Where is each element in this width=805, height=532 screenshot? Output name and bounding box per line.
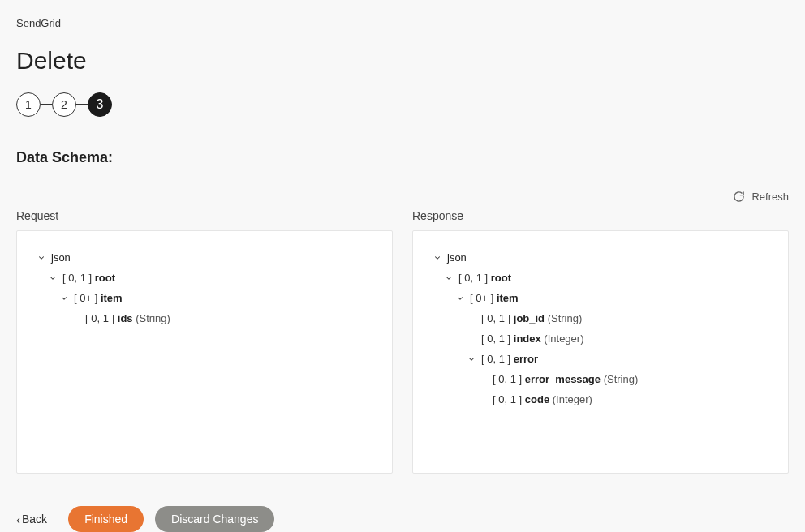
tree-node-label: [ 0, 1 ] root — [62, 272, 115, 284]
footer-actions: ‹ Back Finished Discard Changes — [16, 506, 789, 532]
response-column: Response json[ 0, 1 ] root[ 0+ ] item[ 0… — [412, 209, 789, 474]
step-2[interactable]: 2 — [52, 92, 76, 117]
back-button[interactable]: ‹ Back — [16, 513, 47, 526]
tree-row[interactable]: json — [433, 247, 768, 268]
step-1[interactable]: 1 — [16, 92, 41, 117]
refresh-label: Refresh — [751, 191, 789, 203]
tree-node-label: [ 0, 1 ] error — [481, 353, 538, 365]
request-column: Request json[ 0, 1 ] root[ 0+ ] item[ 0,… — [16, 209, 393, 474]
tree-node-label: [ 0, 1 ] index (Integer) — [481, 332, 584, 345]
tree-row[interactable]: [ 0, 1 ] root — [433, 268, 768, 288]
tree-row[interactable]: json — [37, 247, 372, 268]
back-label: Back — [22, 513, 47, 526]
refresh-icon — [733, 191, 745, 203]
request-panel: json[ 0, 1 ] root[ 0+ ] item[ 0, 1 ] ids… — [16, 230, 393, 474]
request-title: Request — [16, 209, 393, 222]
tree-row[interactable]: [ 0+ ] item — [37, 288, 372, 308]
tree-row: [ 0, 1 ] job_id (String) — [433, 308, 768, 328]
tree-node-label: [ 0, 1 ] job_id (String) — [481, 312, 582, 324]
step-connector — [41, 104, 52, 105]
refresh-button[interactable]: Refresh — [733, 191, 789, 203]
chevron-down-icon[interactable] — [48, 273, 58, 283]
discard-button[interactable]: Discard Changes — [155, 506, 274, 532]
tree-node-label: [ 0, 1 ] error_message (String) — [493, 373, 638, 385]
chevron-down-icon[interactable] — [59, 294, 69, 303]
tree-row[interactable]: [ 0+ ] item — [433, 288, 768, 308]
chevron-down-icon[interactable] — [37, 253, 46, 263]
response-panel: json[ 0, 1 ] root[ 0+ ] item[ 0, 1 ] job… — [412, 230, 789, 474]
step-connector — [76, 104, 88, 105]
chevron-down-icon[interactable] — [467, 354, 476, 364]
tree-node-label: [ 0+ ] item — [74, 292, 123, 304]
step-3[interactable]: 3 — [88, 92, 112, 117]
tree-row: [ 0, 1 ] error_message (String) — [433, 369, 768, 389]
section-title: Data Schema: — [16, 149, 789, 166]
tree-node-label: [ 0, 1 ] ids (String) — [85, 312, 170, 324]
chevron-left-icon: ‹ — [16, 513, 20, 526]
chevron-down-icon[interactable] — [455, 294, 465, 303]
tree-row: [ 0, 1 ] ids (String) — [37, 308, 372, 328]
stepper: 123 — [16, 92, 789, 117]
tree-row[interactable]: [ 0, 1 ] root — [37, 268, 372, 288]
tree-node-label: [ 0, 1 ] code (Integer) — [493, 393, 592, 405]
chevron-down-icon[interactable] — [444, 273, 454, 283]
tree-row[interactable]: [ 0, 1 ] error — [433, 349, 768, 369]
tree-node-label: json — [51, 251, 71, 264]
tree-node-label: [ 0, 1 ] root — [458, 272, 511, 284]
page-title: Delete — [16, 47, 789, 75]
tree-row: [ 0, 1 ] code (Integer) — [433, 389, 768, 410]
tree-node-label: [ 0+ ] item — [470, 292, 519, 304]
tree-row: [ 0, 1 ] index (Integer) — [433, 328, 768, 349]
finished-button[interactable]: Finished — [68, 506, 144, 532]
breadcrumb-link[interactable]: SendGrid — [16, 17, 61, 29]
response-title: Response — [412, 209, 789, 222]
chevron-down-icon[interactable] — [433, 253, 442, 263]
tree-node-label: json — [447, 251, 467, 264]
